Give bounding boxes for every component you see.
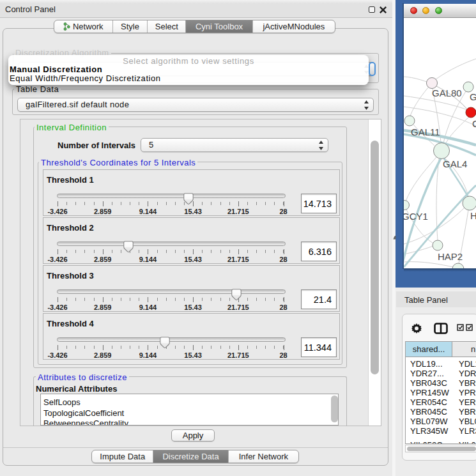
svg-text:C: C xyxy=(472,118,476,129)
svg-text:GAL4: GAL4 xyxy=(443,158,467,169)
svg-text:GAL11: GAL11 xyxy=(411,127,440,137)
svg-text:GAL80: GAL80 xyxy=(432,88,462,98)
svg-text:GCY1: GCY1 xyxy=(404,211,428,222)
svg-text:HAP2: HAP2 xyxy=(438,251,463,262)
svg-text:GA: GA xyxy=(470,91,476,102)
svg-text:H: H xyxy=(470,210,476,221)
